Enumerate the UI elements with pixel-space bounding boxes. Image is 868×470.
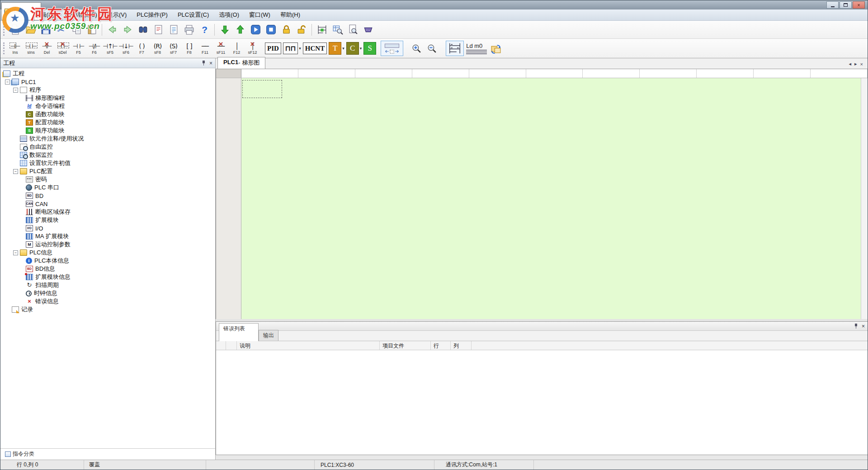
tree-item-password[interactable]: ***密码 [0,175,215,183]
collapse-icon[interactable]: − [13,169,18,174]
collapse-icon[interactable]: − [13,88,18,93]
pin-icon[interactable] [854,324,858,329]
error-col-col[interactable]: 列 [451,341,472,350]
pulse-wave-button[interactable]: ⊓⊓ [283,42,298,54]
tree-item-ladder-edit[interactable]: 梯形图编程 [0,94,215,102]
timer-dropdown-icon[interactable]: ▾ [342,46,344,51]
tab-error-list[interactable]: 错误列表 [219,323,259,341]
paste-button[interactable] [84,23,99,37]
timer-button[interactable]: T [329,42,341,55]
tree-item-plc-config[interactable]: −PLC配置 [0,167,215,175]
tree-item-bd[interactable]: BDBD [0,192,215,200]
device-comment-button[interactable] [151,23,166,37]
frame-select-button[interactable] [381,41,403,56]
pin-icon[interactable] [202,61,206,66]
tab-scroll-right-icon[interactable]: ▸ [854,61,857,67]
tree-item-ma-expansion[interactable]: MA 扩展模块 [0,232,215,240]
tree-item-motion-params[interactable]: M运动控制参数 [0,240,215,249]
sequence-button[interactable]: S [363,42,376,55]
minimize-button[interactable] [826,1,839,9]
ladder-btn-set-coil[interactable]: (S)sF7 [165,40,181,57]
ladder-btn-ins[interactable]: ⊣⊢Ins [7,40,23,57]
tree-item-project-root[interactable]: 工程 [0,70,215,78]
ladder-btn-closed-contact[interactable]: ⊣/⊢F6 [86,40,102,57]
ladder-monitor-button[interactable] [314,23,330,37]
ladder-btn-del[interactable]: ×⊣⊢Del [39,40,55,57]
tree-item-expansion-module[interactable]: 扩展模块 [0,216,215,224]
data-monitor-button[interactable] [330,23,345,37]
tree-item-program[interactable]: −程序 [0,86,215,94]
tab-project[interactable]: 工程 [1,2,41,20]
print-button[interactable] [181,23,197,37]
tree-item-instruction-edit[interactable]: ld命令语编程 [0,102,215,110]
tree-item-record[interactable]: 记录 [0,306,215,314]
tree-item-config-block[interactable]: T配置功能块 [0,118,215,127]
error-table-body[interactable] [216,350,868,455]
menu-view[interactable]: 显示(V) [102,9,132,20]
ladder-btn-rising-contact[interactable]: ⊣↑⊢sF5 [102,40,118,57]
tree-item-error-info[interactable]: ×错误信息 [0,297,215,306]
ladder-btn-hline-delete[interactable]: ×──sF11 [213,40,229,57]
forward-button[interactable] [120,23,135,37]
back-button[interactable] [104,23,120,37]
ladder-view-button[interactable] [446,41,464,56]
tree-item-plc-serial[interactable]: PLC 串口 [0,183,215,192]
tab-scroll-left-icon[interactable]: ◂ [849,61,852,67]
close-button[interactable]: × [853,1,865,9]
menu-help[interactable]: 帮助(H) [275,9,305,20]
download-to-plc-button[interactable] [217,23,232,37]
toolbar-grip[interactable] [3,42,5,54]
unlock-button[interactable] [294,23,309,37]
ladder-editor[interactable] [216,69,868,319]
doc-monitor-button[interactable] [345,23,360,37]
counter-button[interactable]: C [346,42,359,55]
zoom-in-button[interactable] [409,41,424,56]
ladder-canvas[interactable] [241,78,861,319]
menu-options[interactable]: 选项(O) [214,9,244,20]
toolbar-grip[interactable] [3,24,5,36]
pid-button[interactable]: PID [265,42,281,54]
com-config-button[interactable] [360,23,376,37]
error-col-row[interactable]: 行 [431,341,451,350]
save-button[interactable] [38,23,53,37]
tab-plc1-ladder[interactable]: PLC1 - 梯形图 [217,57,265,69]
tree-item-plc-info[interactable]: −PLC信息 [0,249,215,257]
tree-item-device-init[interactable]: 设置软元件初值 [0,159,215,167]
counter-dropdown-icon[interactable]: ▾ [360,46,362,51]
collapse-icon[interactable]: − [5,80,10,85]
tree-item-free-monitor[interactable]: 自由监控 [0,143,215,151]
tree-item-scan-cycle[interactable]: ↻扫描周期 [0,281,215,289]
copy-button[interactable] [69,23,84,37]
wave-dropdown-icon[interactable]: ▾ [299,46,301,51]
error-col-description[interactable]: 说明 [237,341,380,350]
ladder-btn-falling-contact[interactable]: ⊣↓⊢sF6 [118,40,134,57]
ladder-btn-vline-delete[interactable]: ×│sF12 [245,40,260,57]
open-button[interactable] [23,23,38,37]
ladder-btn-reset-coil[interactable]: (R)sF8 [150,40,165,57]
tree-item-io[interactable]: I/OI/O [0,224,215,232]
ladder-btn-sdel[interactable]: ×⊣ ⊢sDel [55,40,71,57]
ladder-btn-coil[interactable]: ( )F7 [134,40,150,57]
tree-item-plc-body-info[interactable]: iPLC本体信息 [0,257,215,265]
new-button[interactable] [7,23,23,37]
ladder-btn-vline[interactable]: │F12 [229,40,245,57]
tree-item-bd-info[interactable]: BDBD信息 [0,265,215,273]
run-plc-button[interactable] [248,23,263,37]
find-button[interactable] [135,23,151,37]
hcnt-button[interactable]: HCNT [303,42,327,54]
ladder-btn-instruction-block[interactable]: [ ]F8 [181,40,197,57]
tree-item-data-monitor[interactable]: 数据监控 [0,151,215,159]
tab-instruction-class[interactable]: 指令分类 [2,449,37,459]
help-button[interactable]: ? [197,23,212,37]
free-monitor-button[interactable] [166,23,181,37]
stop-plc-button[interactable] [263,23,278,37]
tree-item-power-off-save[interactable]: 断电区域保存 [0,208,215,216]
panel-close-icon[interactable]: × [209,61,212,66]
tree-item-plc1[interactable]: −PLC1 [0,78,215,86]
maximize-button[interactable] [840,1,852,9]
ladder-btn-hline[interactable]: ──F11 [197,40,213,57]
menu-window[interactable]: 窗口(W) [244,9,275,20]
tree-item-can[interactable]: CANCAN [0,200,215,208]
upload-from-plc-button[interactable] [232,23,248,37]
lock-button[interactable] [278,23,294,37]
